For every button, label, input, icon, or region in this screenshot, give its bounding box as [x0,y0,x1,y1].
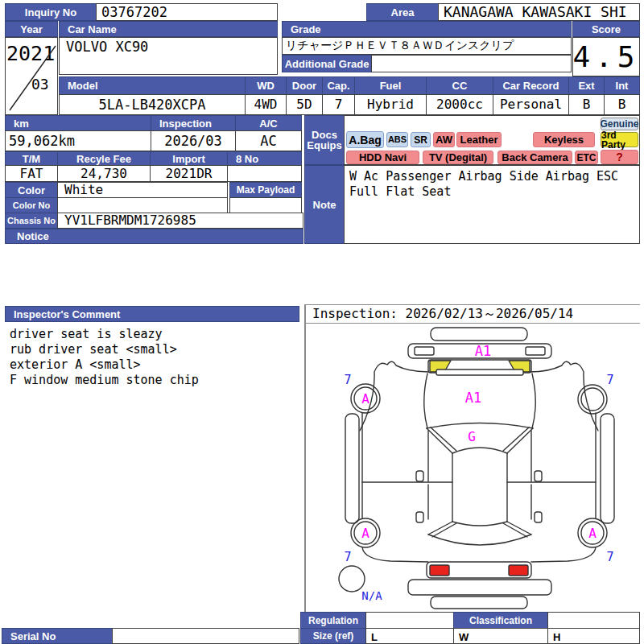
inquiry-no-label: Inquiry No [5,3,97,21]
inquiry-no-value: 03767202 [96,3,278,21]
score-label: Score [572,21,640,37]
year-value-cell: 2021 03 [5,37,58,115]
grade-value: リチャージＰＨＥＶＴ８ＡＷＤインスクリプ [282,37,572,55]
score-value: 4.5 [572,37,640,76]
front-left-wheel-grade-label: A [361,391,369,407]
car-name-value: VOLVO XC90 [59,37,278,75]
front-fender-left [360,361,428,431]
rear-quarter-left [362,547,428,562]
size-l-cell: L [365,628,454,644]
badge-alloy-wheels: AW [433,132,455,147]
eight-no-label: 8 No [227,151,302,166]
front-right-tire [578,385,607,414]
chassis-no-label: Chassis No [5,213,58,229]
hood-grade-label: A1 [465,390,481,406]
rear-quarter-right [531,547,596,562]
max-payload-value [229,197,302,213]
door-handle-fl [416,471,423,481]
rear-right-wheel-grade-label: A [588,526,597,541]
size-w-label: W [459,631,469,643]
color-no-value [57,197,228,213]
regulation-label: Regulation [300,612,366,629]
size-w-cell: W [453,628,548,644]
car-diagram-area: A1 A1 G A A A 7 7 7 7 N/A [304,324,640,612]
badge-sunroof: SR [411,132,431,147]
area-value: KANAGAWA KAWASAKI SHI [438,3,640,21]
size-h-label: H [553,631,560,643]
eight-no-value [227,165,302,182]
hood-seam-left [424,374,427,428]
rear-lower-strip [431,597,527,609]
cap-label: Cap. [322,76,355,95]
wd-label: WD [245,76,287,95]
ext-label: Ext [568,76,605,95]
tire-depth-fr-label: 7 [606,373,613,387]
size-ref-label: Size (ref) [300,628,366,644]
inspectors-comment-text: driver seat is sleazy rub driver seat <s… [5,324,299,388]
chassis-no-value: YV1LFBRMDM1726985 [57,213,303,229]
rear-window-bottom [428,535,531,545]
note-text: W Ac Passenger Airbag Side Airbag ESC Fu… [345,166,639,200]
car-record-label: Car Record [493,76,569,95]
tm-label: T/M [5,151,58,166]
auction-sheet: Inquiry No 03767202 Area KANAGAWA KAWASA… [0,0,644,644]
badge-hdd-navi: HDD Navi [346,151,419,164]
front-fender-right [530,361,598,431]
fuel-label: Fuel [354,76,427,95]
int-value: B [604,94,640,115]
spare-tire-label: N/A [361,589,382,602]
import-label: Import [150,151,228,166]
headlight-right [526,347,545,355]
inspectors-comment-area: driver seat is sleazy rub driver seat <s… [5,324,299,396]
size-h-cell: H [547,628,640,644]
windshield-top [427,423,533,429]
door-handle-rr [535,512,542,522]
grade-label: Grade [282,21,572,37]
inspection-label: Inspection [151,115,236,131]
serial-no-label: Serial No [2,628,113,644]
additional-grade-label: Additional Grade [282,55,372,72]
model-value: 5LA-LB420XCPA [59,94,246,115]
badge-back-camera: Back Camera [497,151,572,164]
rear-left-wheel-grade-label: A [361,526,369,541]
badge-unknown: ? [601,150,638,164]
cap-value: 7 [322,94,355,115]
badge-leather: Leather [456,132,502,147]
additional-grade-value [371,55,572,72]
color-label: Color [5,182,58,198]
rear-bumper [408,580,551,595]
size-l-label: L [371,631,378,643]
area-label: Area [366,3,439,21]
tire-depth-fl-label: 7 [344,373,351,387]
max-payload-label: Max Payload [229,182,302,198]
cc-value: 2000cc [426,94,493,115]
tail-light-right [509,565,528,576]
windshield-grade-label: G [468,429,476,444]
badge-genuine: Genuine [601,118,638,130]
car-diagram: A1 A1 G A A A 7 7 7 7 N/A [306,324,642,612]
km-label: km [5,115,151,131]
front-bumper-grade-label: A1 [475,343,491,359]
side-sill-left [345,414,359,523]
badge-tv-digital: TV (Degital) [423,151,493,164]
headlight-left [415,347,434,355]
classification-value [547,612,640,629]
tm-value: FAT [5,165,58,182]
ext-value: B [568,94,605,115]
car-name-label: Car Name [59,21,278,37]
equipment-area: A.Bag ABS SR AW Leather Keyless Genuine … [344,115,640,165]
int-label: Int [604,76,640,95]
side-sill-right [601,414,614,523]
door-value: 5D [286,94,323,115]
inspection-value: 2026/03 [151,130,236,151]
docs-equips-label: Docs Equips [304,115,345,165]
hood-seam-right [532,374,535,428]
note-area: W Ac Passenger Airbag Side Airbag ESC Fu… [344,165,640,244]
import-value: 2021DR [150,165,228,182]
badge-3rd-party: 3rd Party [601,132,638,147]
classification-label: Classification [453,612,548,629]
windshield-bottom [452,448,507,453]
cowl-strip [436,369,523,375]
model-label: Model [59,76,246,95]
tire-depth-rr-label: 7 [606,550,613,564]
